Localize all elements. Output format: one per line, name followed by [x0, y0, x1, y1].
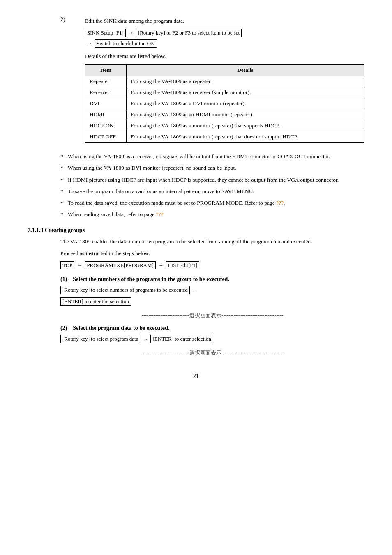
table-cell-item: HDCP ON — [85, 120, 127, 131]
table-row: DVIFor using the VA-1809 as a DVI monito… — [85, 98, 364, 109]
sub2-number: (2) — [60, 325, 67, 331]
notes-list: * When using the VA-1809 as a receiver, … — [28, 152, 364, 219]
table-row: HDCP OFFFor using the VA-1809 as a monit… — [85, 131, 364, 143]
note-item: * To read the data saved, the execution … — [60, 199, 364, 207]
table-cell-item: Repeater — [85, 76, 127, 87]
note-bullet: * — [60, 164, 68, 172]
section-para2: Proceed as instructed in the steps below… — [60, 249, 364, 258]
table-cell-item: HDMI — [85, 109, 127, 120]
note-text: When using the VA-1809 as a receiver, no… — [68, 152, 330, 161]
sub1-number: (1) — [60, 276, 67, 282]
table-cell-details: For using the VA-1809 as a repeater. — [127, 76, 364, 87]
note-link: ??? — [276, 200, 284, 206]
page-content: 2) Edit the SINK data among the program … — [28, 16, 364, 380]
table-cell-details: For using the VA-1809 as a monitor (repe… — [127, 120, 364, 131]
sub2: (2) Select the program data to be execut… — [60, 325, 364, 357]
table-row: HDMIFor using the VA-1809 as an HDMI mon… — [85, 109, 364, 120]
note-text: To read the data saved, the execution mo… — [68, 199, 285, 207]
sub1-heading: (1) Select the numbers of the programs i… — [60, 276, 364, 283]
step2-flow-box1: SINK Setup [F1] — [85, 29, 126, 37]
note-bullet: * — [60, 210, 68, 219]
step2-flow-line1: SINK Setup [F1] → [Rotary key] or F2 or … — [85, 29, 364, 37]
sub2-flow-box2: [ENTER] to enter selection — [150, 335, 213, 343]
table-cell-details: For using the VA-1809 as a monitor (repe… — [127, 131, 364, 143]
step2-flow-box2: [Rotary key] or F2 or F3 to select item … — [136, 29, 242, 37]
table-cell-details: For using the VA-1809 as a DVI monitor (… — [127, 98, 364, 109]
note-bullet: * — [60, 152, 68, 161]
sub1: (1) Select the numbers of the programs i… — [60, 276, 364, 319]
flow-programexe: PROGRAMEXE[PROGRAM] — [85, 261, 156, 269]
note-text: When using the VA-1809 as DVI monitor (r… — [68, 164, 236, 172]
sub1-flow: [Rotary key] to select numbers of progra… — [60, 286, 364, 294]
note-bullet: * — [60, 187, 68, 196]
sub1-separator: ----------------------------選択画面表示------… — [60, 312, 364, 319]
step2-arrow1: → — [128, 30, 134, 36]
sub1-flow-box2: [ENTER] to enter the selection — [60, 297, 131, 306]
step-number: 2) — [60, 16, 85, 148]
sink-data-table: Item Details RepeaterFor using the VA-18… — [85, 64, 364, 143]
table-row: RepeaterFor using the VA-1809 as a repea… — [85, 76, 364, 87]
table-cell-item: DVI — [85, 98, 127, 109]
section-para1: The VA-1809 enables the data in up to te… — [60, 237, 364, 246]
section-id: 7.1.1.3 — [28, 227, 44, 233]
sub1-flow-arrow: → — [192, 287, 198, 293]
section-flow: TOP → PROGRAMEXE[PROGRAM] → LISTEdit[F1] — [60, 261, 364, 269]
table-cell-item: HDCP OFF — [85, 131, 127, 143]
page-number: 21 — [28, 373, 364, 380]
table-cell-details: For using the VA-1809 as a receiver (sim… — [127, 87, 364, 98]
step-2: 2) Edit the SINK data among the program … — [28, 16, 364, 148]
section-body: The VA-1809 enables the data in up to te… — [28, 237, 364, 357]
note-link: ??? — [156, 211, 163, 217]
section-title: Creating groups — [45, 227, 85, 233]
table-header-details: Details — [127, 65, 364, 76]
table-row: HDCP ONFor using the VA-1809 as a monito… — [85, 120, 364, 131]
flow-arrow2: → — [158, 262, 164, 269]
details-label: Details of the items are listed below. — [85, 52, 364, 61]
step2-flow-box3: Switch to check button ON — [95, 39, 157, 48]
flow-listedit: LISTEdit[F1] — [166, 261, 200, 269]
note-text: If HDMI pictures using HDCP are input wh… — [68, 176, 339, 184]
step2-label: Edit the SINK data among the program dat… — [85, 16, 364, 25]
sub1-flow2: [ENTER] to enter the selection — [60, 297, 364, 306]
sub1-flow-box1: [Rotary key] to select numbers of progra… — [60, 286, 190, 294]
sub2-title: Select the program data to be executed. — [73, 325, 169, 331]
note-item: * If HDMI pictures using HDCP are input … — [60, 176, 364, 184]
note-bullet: * — [60, 199, 68, 207]
note-bullet: * — [60, 176, 68, 184]
note-item: * When using the VA-1809 as a receiver, … — [60, 152, 364, 161]
sub1-title: Select the numbers of the programs in th… — [73, 276, 229, 282]
step2-flow-line2: → Switch to check button ON — [85, 39, 364, 48]
step2-arrow2: → — [87, 40, 92, 47]
table-row: ReceiverFor using the VA-1809 as a recei… — [85, 87, 364, 98]
flow-arrow1: → — [77, 262, 82, 269]
note-item: * When using the VA-1809 as DVI monitor … — [60, 164, 364, 172]
sub2-flow: [Rotary key] to select program data → [E… — [60, 335, 364, 343]
step-body: Edit the SINK data among the program dat… — [85, 16, 364, 148]
table-header-item: Item — [85, 65, 127, 76]
sub2-flow-box1: [Rotary key] to select program data — [60, 335, 140, 343]
section-7113: 7.1.1.3 Creating groups The VA-1809 enab… — [28, 227, 364, 357]
table-cell-details: For using the VA-1809 as an HDMI monitor… — [127, 109, 364, 120]
sub2-flow-arrow: → — [143, 336, 148, 342]
note-text: To save the program data on a card or as… — [68, 187, 254, 196]
note-item: * To save the program data on a card or … — [60, 187, 364, 196]
section-heading: 7.1.1.3 Creating groups — [28, 227, 364, 234]
note-item: * When reading saved data, refer to page… — [60, 210, 364, 219]
note-text: When reading saved data, refer to page ?… — [68, 210, 165, 219]
table-cell-item: Receiver — [85, 87, 127, 98]
sub2-heading: (2) Select the program data to be execut… — [60, 325, 364, 332]
flow-top: TOP — [60, 261, 74, 269]
sub2-separator: ----------------------------選択画面表示------… — [60, 350, 364, 357]
